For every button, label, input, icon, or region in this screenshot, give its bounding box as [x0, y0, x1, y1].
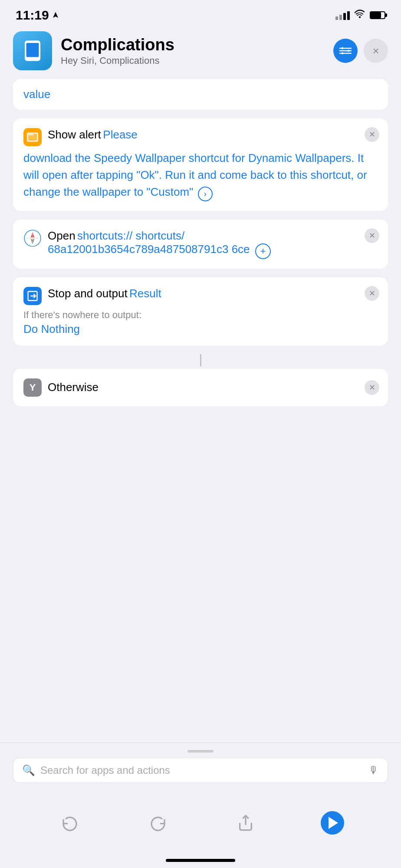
show-alert-card: ✕ Show alert Please download the Speedy …: [13, 118, 388, 211]
otherwise-card: Y Otherwise ✕: [13, 369, 388, 406]
content-area: value ✕ Show alert Please download the S…: [0, 79, 401, 406]
filter-button[interactable]: [333, 39, 358, 63]
value-label[interactable]: value: [23, 88, 50, 101]
otherwise-close-button[interactable]: ✕: [365, 380, 379, 395]
search-area: 🔍 Search for apps and actions 🎙: [0, 743, 401, 790]
pull-handle: [187, 750, 214, 753]
wifi-icon: [354, 10, 365, 21]
show-alert-title: Show alert: [48, 128, 101, 141]
phone-icon: [21, 39, 44, 62]
status-time: 11:19: [16, 8, 59, 23]
undo-button[interactable]: [57, 810, 83, 836]
svg-rect-1: [26, 43, 39, 57]
show-alert-icon: [23, 128, 42, 146]
header-text: Complications Hey Siri, Complications: [61, 36, 325, 66]
stop-output-card: ✕ Stop and output Result If there's nowh…: [13, 277, 388, 345]
show-alert-close-button[interactable]: ✕: [365, 127, 379, 142]
otherwise-icon: Y: [23, 378, 42, 397]
svg-point-2: [31, 58, 33, 60]
open-card-header: Open shortcuts:// shortcuts/ 68a12001b36…: [23, 229, 378, 259]
siri-trigger: Hey Siri, Complications: [61, 55, 325, 66]
search-input[interactable]: Search for apps and actions: [40, 764, 363, 776]
stop-output-result[interactable]: Result: [129, 287, 161, 300]
status-bar: 11:19: [0, 0, 401, 27]
show-alert-header: Show alert Please: [23, 128, 378, 146]
open-url-value[interactable]: shortcuts:// shortcuts/ 68a12001b3654c78…: [48, 229, 250, 256]
bottom-toolbar: [0, 804, 401, 842]
open-card: ✕ Open shortcuts:// shortcuts/ 68a12001b…: [13, 220, 388, 269]
value-card: value: [13, 79, 388, 110]
open-add-icon[interactable]: +: [255, 243, 271, 259]
close-button[interactable]: ×: [364, 39, 388, 63]
app-title: Complications: [61, 36, 325, 54]
otherwise-title: Otherwise: [48, 381, 99, 394]
close-icon: ✕: [369, 130, 375, 139]
close-icon: ×: [372, 44, 379, 58]
location-icon: [52, 11, 59, 19]
home-indicator: [166, 859, 235, 862]
status-icons: [335, 10, 385, 21]
play-button[interactable]: [321, 811, 344, 835]
header-buttons: ×: [333, 39, 388, 63]
close-icon: ✕: [369, 231, 375, 240]
mic-icon[interactable]: 🎙: [368, 764, 379, 776]
open-close-button[interactable]: ✕: [365, 228, 379, 243]
svg-rect-11: [29, 134, 34, 135]
redo-button[interactable]: [145, 810, 171, 836]
battery-icon: [370, 11, 385, 19]
search-bar[interactable]: 🔍 Search for apps and actions 🎙: [13, 758, 388, 783]
open-title: Open: [48, 229, 76, 242]
play-icon: [329, 817, 338, 829]
search-icon: 🔍: [22, 764, 35, 776]
app-icon: [13, 31, 52, 70]
stop-output-icon: [23, 287, 42, 305]
signal-icon: [335, 10, 350, 20]
stop-output-sublabel: If there's nowhere to output:: [23, 309, 378, 321]
close-icon: ✕: [369, 289, 375, 298]
show-alert-expand-icon[interactable]: ›: [198, 187, 213, 201]
stop-output-header: Stop and output Result: [23, 287, 378, 305]
do-nothing-button[interactable]: Do Nothing: [23, 322, 378, 336]
stop-output-title: Stop and output: [48, 287, 128, 300]
show-alert-body: download the Speedy Wallpaper shortcut f…: [23, 151, 367, 198]
time-label: 11:19: [16, 8, 49, 23]
safari-icon: [23, 229, 42, 247]
header: Complications Hey Siri, Complications ×: [0, 27, 401, 79]
show-alert-value: Please: [103, 128, 138, 141]
stop-output-close-button[interactable]: ✕: [365, 286, 379, 301]
divider-line: [200, 354, 201, 366]
close-icon: ✕: [369, 383, 375, 392]
share-button[interactable]: [233, 810, 259, 836]
